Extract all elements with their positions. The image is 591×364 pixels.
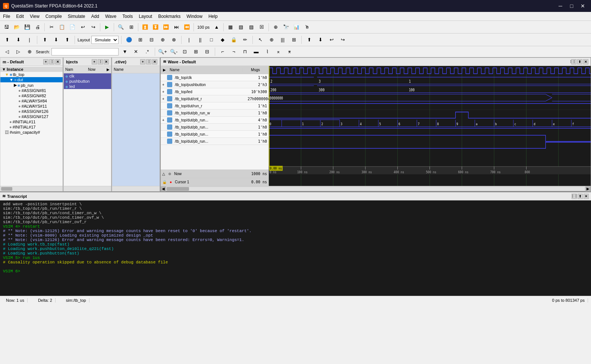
- close-button[interactable]: ✕: [578, 2, 588, 10]
- search-opt[interactable]: ⊕: [25, 47, 34, 57]
- tb-btn-2[interactable]: 📂: [12, 22, 22, 32]
- tb-zoom2[interactable]: 📊: [292, 22, 301, 32]
- tb-btn-5[interactable]: ✂: [47, 22, 56, 32]
- wave-shape-5[interactable]: ⌇: [263, 47, 272, 57]
- menu-item-help[interactable]: Help: [205, 12, 221, 20]
- tb-sim4[interactable]: ⏭: [172, 22, 181, 32]
- active-hscroll[interactable]: [112, 186, 160, 191]
- objects-prop[interactable]: ⋮: [98, 59, 103, 64]
- zoom-full[interactable]: ⊟: [202, 47, 212, 57]
- objects-col-expand[interactable]: ▶: [105, 67, 111, 72]
- tb-wave2[interactable]: ▧: [236, 22, 246, 32]
- menu-item-layout[interactable]: Layout: [136, 12, 155, 20]
- layout-btn-3[interactable]: ⊟: [147, 35, 156, 45]
- tb-run[interactable]: ▶: [102, 22, 112, 32]
- layout-select[interactable]: Simulate: [91, 36, 119, 44]
- sig-row-pb-run-3[interactable]: /tb_top/dut/pb_run... 1'h0: [161, 131, 268, 138]
- obj-clk[interactable]: ◆ clk: [64, 73, 111, 79]
- active-close[interactable]: ✕: [152, 59, 157, 64]
- nav-btn-1[interactable]: ⬆: [2, 35, 12, 45]
- wave-tool-2[interactable]: ||: [195, 35, 205, 45]
- nav-btn-3[interactable]: |: [25, 35, 34, 45]
- active-prop[interactable]: ⋮: [146, 59, 151, 64]
- zoom-out[interactable]: 🔍-: [169, 47, 179, 57]
- tb-wave1[interactable]: ▦: [226, 22, 235, 32]
- menu-item-bookmarks[interactable]: Bookmarks: [155, 12, 183, 20]
- tb-sim5[interactable]: ⏪: [182, 22, 192, 32]
- instance-panel-prop[interactable]: ⋮: [49, 59, 54, 64]
- zoom-fit[interactable]: ⊡: [180, 47, 190, 57]
- objects-hscroll[interactable]: [64, 186, 111, 191]
- maximize-button[interactable]: □: [566, 2, 577, 10]
- menu-item-simulate[interactable]: Simulate: [65, 12, 88, 20]
- cursor-tool-1[interactable]: ↖: [255, 35, 265, 45]
- wave-shape-7[interactable]: ⌆: [285, 47, 295, 57]
- wave-scroll-thumb[interactable]: [167, 187, 189, 191]
- assign81-item[interactable]: ● #ASSIGN#81: [0, 88, 63, 93]
- tb-wave3[interactable]: ▨: [246, 22, 256, 32]
- menu-item-compile[interactable]: Compile: [43, 12, 65, 20]
- wave-tool-3[interactable]: □: [207, 35, 216, 45]
- wave-scroll-right[interactable]: ▶: [585, 186, 591, 192]
- layout-btn-5[interactable]: ⊗: [169, 35, 179, 45]
- cursor-tool-2[interactable]: ⊕: [267, 35, 276, 45]
- sig-row-pb-run-1[interactable]: + /tb_top/dut/pb_run... 4'h0: [161, 117, 268, 124]
- nav-btn-4[interactable]: ⬆: [40, 35, 50, 45]
- minimize-button[interactable]: ─: [555, 2, 566, 10]
- nav-right-4[interactable]: ↪: [338, 35, 348, 45]
- tb-sim1[interactable]: ⏫: [140, 22, 150, 32]
- dut-item[interactable]: ▼ ■ dut: [0, 77, 63, 82]
- layout-btn-1[interactable]: 🔵: [124, 35, 134, 45]
- nav-right-3[interactable]: ↩: [327, 35, 336, 45]
- wave-tool-4[interactable]: ◆: [218, 35, 227, 45]
- tb-view1[interactable]: 🖱: [302, 22, 312, 32]
- assign126-item[interactable]: ● #ASSIGN#126: [0, 109, 63, 114]
- sig-row-pb-run-2[interactable]: /tb_top/dut/pb_run... 1'h0: [161, 124, 268, 131]
- menu-item-tools[interactable]: Tools: [119, 12, 136, 20]
- tb-top-item[interactable]: ▼ ■ tb_top: [0, 72, 63, 77]
- menu-item-edit[interactable]: Edit: [13, 12, 27, 20]
- nav-btn-6[interactable]: ⬆: [62, 35, 72, 45]
- tb-wave4[interactable]: ☒: [257, 22, 267, 32]
- cursor-tool-4[interactable]: ⊞: [289, 35, 299, 45]
- instance-hscroll[interactable]: [0, 186, 63, 191]
- assign82-item[interactable]: ● #ASSIGN#82: [0, 93, 63, 98]
- menu-item-wave[interactable]: Wave: [102, 12, 119, 20]
- tb-time-up[interactable]: ▲: [212, 22, 221, 32]
- transcript-maximize[interactable]: ⬆: [578, 194, 583, 199]
- search-fwd[interactable]: ▷: [13, 47, 23, 57]
- tb-sim2[interactable]: ⏬: [151, 22, 160, 32]
- layout-btn-4[interactable]: ⊕: [158, 35, 167, 45]
- sig-row-pb[interactable]: + /tb_top/pushbutton 2'h3: [161, 81, 268, 88]
- active-add[interactable]: +: [140, 59, 145, 64]
- tb-btn-6[interactable]: 📋: [57, 22, 67, 32]
- tb-search[interactable]: 🔍: [116, 22, 126, 32]
- wave-grip[interactable]: ⋮⋮⋮: [571, 59, 576, 64]
- layout-btn-2[interactable]: ⊞: [135, 35, 145, 45]
- tb-btn-9[interactable]: ↪: [88, 22, 98, 32]
- zoom-in[interactable]: 🔍+: [158, 47, 167, 57]
- wave-tool-6[interactable]: ✏: [240, 35, 250, 45]
- wave-shape-1[interactable]: ⌐: [218, 47, 227, 57]
- signal-expand-btn[interactable]: ▶: [161, 68, 168, 72]
- instance-panel-add[interactable]: +: [43, 59, 48, 64]
- nav-right-2[interactable]: ⬇: [315, 35, 325, 45]
- transcript-content[interactable]: add wave -position insertpoint \sim:/tb_…: [0, 200, 591, 296]
- tb-find[interactable]: ⊞: [126, 22, 136, 32]
- sig-expand-pb[interactable]: +: [161, 83, 166, 87]
- assign127-item[interactable]: ● #ASSIGN#127: [0, 114, 63, 119]
- sig-row-led[interactable]: + /tb_top/led 10'h300: [161, 88, 268, 95]
- cursor-tool-3[interactable]: |||: [278, 35, 287, 45]
- objects-add[interactable]: +: [92, 59, 97, 64]
- tb-btn-3[interactable]: 💾: [22, 22, 32, 32]
- obj-pushbutton[interactable]: ◆ pushbutton: [64, 79, 111, 84]
- menu-item-view[interactable]: View: [27, 12, 43, 20]
- sig-row-pb-run-4[interactable]: /tb_top/dut/pb_run... 1'h0: [161, 138, 268, 145]
- wave-shape-2[interactable]: ¬: [229, 47, 239, 57]
- tb-btn-7[interactable]: 📄: [67, 22, 77, 32]
- menu-item-add[interactable]: Add: [88, 12, 102, 20]
- wave-maximize[interactable]: ⬆: [577, 59, 582, 64]
- vsim-cap-item[interactable]: 🖼 #vsim_capacity#: [0, 130, 63, 135]
- nav-right-1[interactable]: ⬆: [304, 35, 314, 45]
- tb-sim3[interactable]: ⏩: [161, 22, 171, 32]
